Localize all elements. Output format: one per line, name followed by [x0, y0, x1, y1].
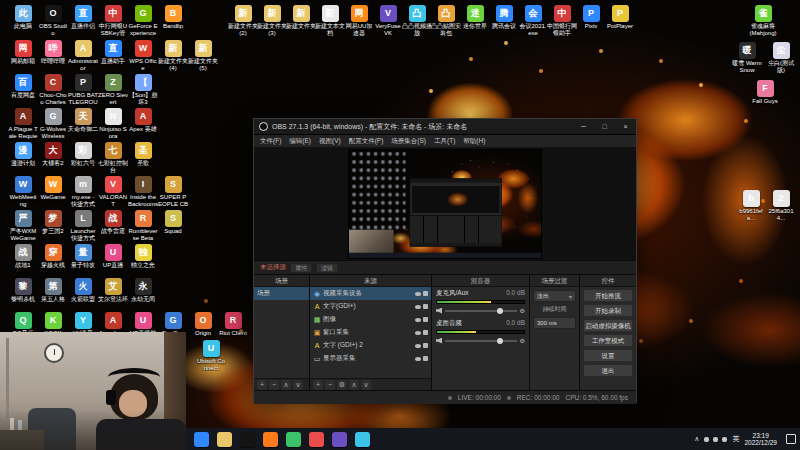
desktop-icon[interactable]: 百百度网盘 [8, 74, 38, 99]
desktop-icon[interactable]: 新新建文件夹 (3) [257, 5, 287, 36]
desktop-icon[interactable]: 新新建文件夹 (5) [188, 40, 218, 71]
desktop-icon[interactable]: 彩彩虹六号 [68, 142, 98, 167]
desktop-icon[interactable]: ZZERO Sievert [98, 74, 128, 105]
desktop-icon[interactable]: 中中国银行网银助手 [547, 5, 577, 36]
source-filters-button[interactable]: 滤镜 [316, 263, 338, 273]
desktop-icon[interactable]: 中中行网银USBKey管理工具 [98, 5, 128, 36]
visibility-eye-icon[interactable] [415, 318, 421, 322]
desktop-icon[interactable]: SSUPER PEOPLE CBT [158, 176, 188, 207]
desktop-icon[interactable]: OOBS Studio [38, 5, 68, 36]
visibility-eye-icon[interactable] [415, 305, 421, 309]
desktop-icon[interactable]: 黎黎明杀机 [8, 278, 38, 303]
source-properties-gear-button[interactable]: ⚙ [337, 380, 347, 390]
desktop-icon[interactable]: PPotPlayer [605, 5, 635, 30]
taskbar-douyu[interactable] [263, 432, 278, 447]
desktop-icon[interactable]: 七七彩虹控制台 [98, 142, 128, 173]
desktop-icon[interactable]: 第第五人格 [38, 278, 68, 303]
taskbar-wechat[interactable] [286, 432, 301, 447]
add-scene-button[interactable]: + [257, 380, 267, 390]
desktop-icon[interactable]: PPUBG BATTLEGROUNDS [68, 74, 98, 105]
text-gdi-source[interactable]: A文字(GDI+) [310, 300, 431, 313]
desktop-icon[interactable]: 新新建文件夹 (4) [158, 40, 188, 71]
text-gdi-2-source[interactable]: A文字 (GDI+) 2 [310, 339, 431, 352]
desktop-icon[interactable]: 暖暖雪 Warm Snow [732, 42, 762, 73]
desktop-icon[interactable]: 哔哔哩哔哩 [38, 40, 68, 65]
desktop-icon[interactable]: 新新建文本文档 [315, 5, 345, 36]
taskbar-edge[interactable] [194, 432, 209, 447]
minimize-button[interactable]: ─ [573, 119, 594, 135]
scene-down-button[interactable]: ∨ [293, 380, 303, 390]
settings-button[interactable]: 设置 [583, 349, 633, 362]
exit-button[interactable]: 退出 [583, 364, 633, 377]
desktop-icon[interactable]: LLauncher快捷方式 [68, 210, 98, 241]
channel-settings-gear-icon[interactable]: ⚙ [520, 307, 525, 314]
desktop-icon[interactable]: 战战地1 [8, 244, 38, 269]
lock-icon[interactable] [423, 291, 428, 296]
desktop-icon[interactable]: PPixiv [576, 5, 606, 30]
desktop-icon[interactable]: GGeForce Experience [128, 5, 158, 36]
taskbar-kook[interactable] [332, 432, 347, 447]
lock-icon[interactable] [423, 343, 428, 348]
desktop-icon[interactable]: OOrigin [188, 312, 218, 337]
desktop-icon[interactable]: bb9961fefa... [736, 190, 766, 221]
desktop-icon[interactable]: 新新建文件夹 (2) [228, 5, 258, 36]
volume-slider-track[interactable] [445, 310, 517, 312]
visibility-eye-icon[interactable] [415, 344, 421, 348]
studio-mode-button[interactable]: 工作室模式 [583, 334, 633, 347]
source-properties-button[interactable]: 属性 [290, 263, 312, 273]
source-down-button[interactable]: ∨ [361, 380, 371, 390]
desktop-icon[interactable]: VVALORANT [98, 176, 128, 207]
obs-menu-item[interactable]: 配置文件(P) [349, 137, 384, 146]
desktop-icon[interactable]: 此此电脑 [8, 5, 38, 30]
taskbar-obs[interactable] [240, 432, 255, 447]
remove-scene-button[interactable]: − [269, 380, 279, 390]
desktop-icon[interactable]: RRiot Client [218, 312, 248, 337]
window-capture-source[interactable]: ▣窗口采集 [310, 326, 431, 339]
volume-slider[interactable]: ⚙ [436, 336, 525, 345]
tray-icon-1[interactable] [704, 437, 709, 442]
taskbar-clock[interactable]: 23:19 2022/12/29 [744, 432, 777, 446]
desktop-icon[interactable]: SSquad [158, 210, 188, 235]
remove-source-button[interactable]: − [325, 380, 335, 390]
desktop-icon[interactable]: 严严冬WXM WeGame版 [8, 210, 38, 241]
desktop-icon[interactable]: 225f6a3014... [766, 190, 796, 221]
desktop-icon[interactable]: UUP直播 [98, 244, 128, 269]
desktop-icon[interactable]: 大大镖客2 [38, 142, 68, 167]
desktop-icon[interactable]: WWebMeeting [8, 176, 38, 207]
desktop-icon[interactable]: 永永劫无间 [128, 278, 158, 303]
desktop-icon[interactable]: GG-Wolves Wireless [38, 108, 68, 139]
display-capture-source[interactable]: ▭显示器采集 [310, 352, 431, 365]
desktop-icon[interactable]: 雀雀魂麻将 (Mahjong) [748, 5, 778, 36]
desktop-icon[interactable]: BBandlip [158, 5, 188, 30]
desktop-icon[interactable]: 凸凸凸视频播放 [402, 5, 432, 36]
video-capture-source[interactable]: ◉视频采集设备 [310, 287, 431, 300]
desktop-icon[interactable]: 迷迷你世界 [460, 5, 490, 30]
tray-icon-3[interactable] [722, 437, 727, 442]
desktop-icon[interactable]: 独独立之光 [128, 244, 158, 269]
desktop-icon[interactable]: NNinjutso Sora [98, 108, 128, 139]
language-indicator[interactable]: 英 [732, 434, 739, 444]
desktop-icon[interactable]: AA Plague Tale Requiem [8, 108, 38, 139]
lock-icon[interactable] [423, 356, 428, 361]
desktop-icon[interactable]: 圣圣歌 [128, 142, 158, 167]
desktop-icon[interactable]: 新新建文件夹 [286, 5, 316, 30]
tray-icon-2[interactable] [713, 437, 718, 442]
maximize-button[interactable]: □ [594, 119, 615, 135]
desktop-icon[interactable]: WWeGame [38, 176, 68, 201]
scene-row[interactable]: 场景 [254, 287, 309, 300]
tray-expand-icon[interactable]: ∧ [694, 435, 699, 443]
desktop-icon[interactable]: 天天命奇御二 [68, 108, 98, 133]
volume-slider-track[interactable] [445, 340, 517, 342]
lock-icon[interactable] [423, 317, 428, 322]
desktop-icon[interactable]: AApex 英雄 [128, 108, 158, 133]
desktop-icon[interactable]: RRumbleverse Beta [128, 210, 158, 241]
desktop-icon[interactable]: 【【Son】崩坏3 [128, 74, 158, 105]
start-streaming-button[interactable]: 开始推流 [583, 289, 633, 302]
desktop-icon[interactable]: 艾艾尔登法环 [98, 278, 128, 303]
desktop-icon[interactable]: 火火箭联盟 [68, 278, 98, 303]
transition-select[interactable]: 淡出 ▾ [533, 290, 576, 302]
desktop-icon[interactable]: UUbisoft Connect [196, 340, 226, 371]
transition-duration-input[interactable]: 300 ms [533, 317, 576, 329]
obs-menu-item[interactable]: 视图(V) [319, 137, 341, 146]
start-recording-button[interactable]: 开始录制 [583, 304, 633, 317]
